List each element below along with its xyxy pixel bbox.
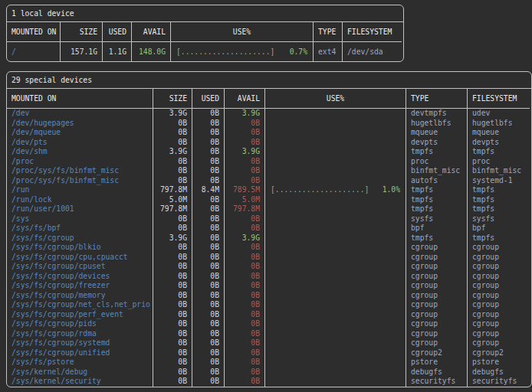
usage-cell	[265, 243, 406, 253]
size-cell: 0B	[153, 224, 192, 234]
col-header-type: TYPE	[314, 22, 343, 42]
type-cell: cgroup	[406, 243, 468, 253]
filesystem-cell: proc	[468, 157, 530, 167]
filesystem-cell: cgroup	[468, 272, 530, 282]
size-cell: 0B	[153, 329, 192, 339]
usage-cell	[265, 262, 406, 272]
mount-point-cell: /sys/fs/cgroup/cpuset	[7, 262, 153, 272]
filesystem-cell: cgroup	[468, 329, 530, 339]
type-cell: autofs	[406, 176, 468, 186]
used-cell: 0B	[192, 166, 225, 176]
usage-cell	[265, 300, 406, 310]
col-header-mounted-on: MOUNTED ON	[7, 89, 153, 109]
col-header-size: SIZE	[61, 22, 103, 42]
filesystem-cell: mqueue	[468, 128, 530, 138]
avail-cell: 3.9G	[225, 147, 265, 157]
filesystem-cell: sysfs	[468, 214, 530, 224]
mount-point-cell: /sys/fs/cgroup/cpu,cpuacct	[7, 253, 153, 263]
usage-cell	[265, 109, 406, 119]
col-header-use-percent: USE%	[265, 89, 406, 109]
local-devices-table: 1 local device MOUNTED ON SIZE USED AVAI…	[6, 5, 404, 62]
special-table-grid: MOUNTED ON SIZE USED AVAIL USE% TYPE FIL…	[7, 89, 531, 387]
used-cell: 0B	[192, 291, 225, 301]
size-cell: 0B	[153, 281, 192, 291]
mount-point-cell: /run	[7, 185, 153, 195]
filesystem-cell: tmpfs	[468, 195, 530, 205]
type-cell: cgroup	[406, 281, 468, 291]
type-cell: pstore	[406, 358, 468, 368]
size-cell: 0B	[153, 157, 192, 167]
usage-cell	[265, 166, 406, 176]
filesystem-cell: cgroup	[468, 243, 530, 253]
type-cell: ext4	[314, 42, 343, 61]
used-cell: 0B	[192, 377, 225, 387]
type-cell: tmpfs	[406, 147, 468, 157]
size-cell: 0B	[153, 300, 192, 310]
mount-point-cell: /sys/fs/cgroup/pids	[7, 319, 153, 329]
mount-point-cell: /sys/fs/cgroup	[7, 234, 153, 243]
size-cell: 797.8M	[153, 185, 192, 195]
mount-point-cell: /sys/fs/cgroup/perf_event	[7, 310, 153, 320]
size-cell: 0B	[153, 253, 192, 263]
type-cell: tmpfs	[406, 195, 468, 205]
size-cell: 0B	[153, 119, 192, 129]
col-header-use-percent: USE%	[171, 22, 314, 42]
filesystem-cell: /dev/sda	[343, 42, 402, 61]
size-cell: 0B	[153, 272, 192, 282]
col-header-filesystem: FILESYSTEM	[468, 89, 530, 109]
size-cell: 5.0M	[153, 195, 192, 205]
size-cell: 3.9G	[153, 109, 192, 119]
avail-cell: 0B	[225, 157, 265, 167]
usage-bar: [....................]	[176, 42, 274, 61]
usage-cell	[265, 214, 406, 224]
type-cell: tmpfs	[406, 204, 468, 214]
mount-point-cell: /sys/fs/cgroup/systemd	[7, 338, 153, 348]
type-cell: mqueue	[406, 128, 468, 138]
used-cell: 0B	[192, 157, 225, 167]
mount-point-cell: /dev/pts	[7, 138, 153, 148]
usage-cell	[265, 119, 406, 129]
filesystem-cell: cgroup	[468, 338, 530, 348]
size-cell: 3.9G	[153, 234, 192, 243]
type-cell: debugfs	[406, 368, 468, 377]
used-cell: 0B	[192, 319, 225, 329]
mount-point-cell: /proc	[7, 157, 153, 167]
avail-cell: 0B	[225, 119, 265, 129]
usage-cell	[265, 234, 406, 243]
usage-cell	[265, 310, 406, 320]
avail-cell: 0B	[225, 243, 265, 253]
type-cell: cgroup	[406, 253, 468, 263]
filesystem-cell: securityfs	[468, 377, 530, 387]
filesystem-cell: cgroup	[468, 291, 530, 301]
type-cell: cgroup	[406, 262, 468, 272]
filesystem-cell: tmpfs	[468, 147, 530, 157]
avail-cell: 0B	[225, 329, 265, 339]
usage-cell	[265, 319, 406, 329]
avail-cell: 0B	[225, 224, 265, 234]
avail-cell: 0B	[225, 358, 265, 368]
usage-cell: [....................]0.7%	[171, 42, 314, 61]
mount-point-cell: /sys/fs/cgroup/freezer	[7, 281, 153, 291]
col-header-type: TYPE	[406, 89, 468, 109]
usage-bar: [....................]	[271, 185, 369, 195]
type-cell: devtmpfs	[406, 109, 468, 119]
usage-cell	[265, 176, 406, 186]
mount-point-cell: /proc/sys/fs/binfmt_misc	[7, 176, 153, 186]
mount-point-cell: /dev/mqueue	[7, 128, 153, 138]
type-cell: devpts	[406, 138, 468, 148]
used-cell: 0B	[192, 310, 225, 320]
usage-cell	[265, 147, 406, 157]
usage-cell	[265, 272, 406, 282]
used-cell: 0B	[192, 138, 225, 148]
mount-point-cell: /dev/hugepages	[7, 119, 153, 129]
filesystem-cell: hugetlbfs	[468, 119, 530, 129]
type-cell: cgroup	[406, 300, 468, 310]
usage-percent: 1.0%	[383, 185, 400, 195]
mount-point-cell: /sys/fs/cgroup/rdma	[7, 329, 153, 339]
terminal-output: 1 local device MOUNTED ON SIZE USED AVAI…	[0, 0, 532, 387]
usage-cell	[265, 338, 406, 348]
used-cell: 0B	[192, 272, 225, 282]
usage-cell	[265, 204, 406, 214]
col-header-avail: AVAIL	[225, 89, 265, 109]
mount-point-cell: /dev/shm	[7, 147, 153, 157]
